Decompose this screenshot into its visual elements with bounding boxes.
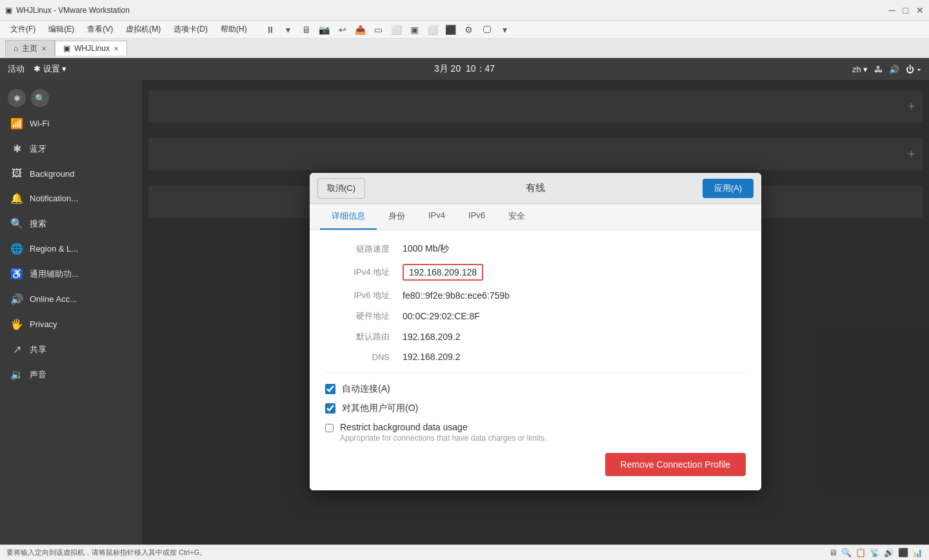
ipv6-label: IPv6 地址 bbox=[325, 290, 390, 301]
sidebar-item-privacy-label: Privacy bbox=[30, 319, 57, 329]
ipv4-label: IPv4 地址 bbox=[325, 266, 390, 278]
sidebar-item-sound[interactable]: 🔉 声音 bbox=[0, 362, 142, 387]
sidebar-item-bluetooth[interactable]: ✱ 蓝牙 bbox=[0, 136, 142, 161]
minimize-button[interactable]: ─ bbox=[889, 5, 895, 15]
info-row-ipv4: IPv4 地址 192.168.209.128 bbox=[325, 264, 746, 281]
menu-view[interactable]: 查看(V) bbox=[82, 23, 118, 36]
sidebar-item-sharing-label: 共享 bbox=[30, 344, 46, 355]
menu-tab[interactable]: 选项卡(D) bbox=[168, 23, 213, 36]
restrict-row: Restrict background data usage Appropria… bbox=[325, 422, 746, 443]
status-icon-5[interactable]: 🔊 bbox=[884, 548, 894, 557]
ipv4-value: 192.168.209.128 bbox=[403, 264, 483, 281]
info-row-gateway: 默认路由 192.168.209.2 bbox=[325, 331, 746, 343]
sidebar-item-online[interactable]: 🔊 Online Acc... bbox=[0, 286, 142, 312]
monitor-icon[interactable]: 🖥 bbox=[299, 22, 314, 37]
gnome-clock[interactable]: 3月 20 10：47 bbox=[434, 63, 495, 75]
layout2-icon[interactable]: ⬜ bbox=[389, 22, 405, 37]
language-indicator[interactable]: zh ▾ bbox=[852, 65, 868, 74]
bluetooth-icon: ✱ bbox=[10, 143, 23, 155]
dialog-tab-ipv6[interactable]: IPv6 bbox=[457, 204, 497, 230]
tab-home[interactable]: ⌂ 主页 ✕ bbox=[5, 40, 55, 57]
gateway-value: 192.168.209.2 bbox=[403, 332, 461, 342]
info-row-link-speed: 链路速度 1000 Mb/秒 bbox=[325, 243, 746, 255]
dialog-body: 链路速度 1000 Mb/秒 IPv4 地址 192.168.209.128 I… bbox=[310, 230, 761, 490]
maximize-button[interactable]: □ bbox=[903, 5, 908, 15]
restrict-text: Restrict background data usage Appropria… bbox=[340, 422, 546, 443]
sidebar-item-search-label: 搜索 bbox=[30, 218, 46, 230]
available-users-checkbox[interactable] bbox=[325, 403, 335, 414]
sidebar-item-background-label: Background bbox=[30, 169, 74, 179]
sidebar-item-region[interactable]: 🌐 Region & L... bbox=[0, 236, 142, 261]
revert-icon[interactable]: ↩ bbox=[335, 22, 350, 37]
menu-edit[interactable]: 编辑(E) bbox=[43, 23, 79, 36]
dialog-tab-identity[interactable]: 身份 bbox=[377, 204, 417, 230]
sidebar-item-background[interactable]: 🖼 Background bbox=[0, 161, 142, 186]
pause-icon[interactable]: ⏸ bbox=[263, 22, 278, 37]
settings-icon[interactable]: ⚙ bbox=[461, 22, 477, 37]
sidebar-item-sharing[interactable]: ↗ 共享 bbox=[0, 337, 142, 362]
layout3-icon[interactable]: ▣ bbox=[407, 22, 423, 37]
menu-help[interactable]: 帮助(H) bbox=[215, 23, 252, 36]
vmware-tabbar: ⌂ 主页 ✕ ▣ WHJLinux ✕ bbox=[0, 39, 929, 58]
sidebar-item-search[interactable]: 🔍 搜索 bbox=[0, 211, 142, 236]
display-icon[interactable]: 🖵 bbox=[479, 22, 495, 37]
tab-whjlinux[interactable]: ▣ WHJLinux ✕ bbox=[55, 41, 127, 55]
close-button[interactable]: ✕ bbox=[916, 5, 924, 15]
auto-connect-row: 自动连接(A) bbox=[325, 383, 746, 395]
power-icon[interactable]: ⏻ ▾ bbox=[906, 65, 921, 74]
settings-sidebar: ✱ 🔍 📶 Wi-Fi ✱ 蓝牙 🖼 Background 🔔 Notifica… bbox=[0, 80, 142, 545]
sidebar-item-privacy[interactable]: 🖐 Privacy bbox=[0, 312, 142, 337]
dialog-apply-button[interactable]: 应用(A) bbox=[703, 179, 754, 198]
auto-connect-checkbox[interactable] bbox=[325, 384, 335, 394]
tab-home-label: 主页 bbox=[22, 43, 37, 54]
tab-home-close[interactable]: ✕ bbox=[41, 45, 46, 52]
status-icon-6[interactable]: ⬛ bbox=[898, 548, 908, 557]
sidebar-search-icon[interactable]: 🔍 bbox=[31, 89, 49, 107]
toolbar: ⏸ ▾ 🖥 📷 ↩ 📤 ▭ ⬜ ▣ ⬜ ⬛ ⚙ 🖵 ▾ bbox=[263, 22, 513, 37]
status-icon-7[interactable]: 📊 bbox=[912, 548, 923, 557]
title-left: ▣ WHJLinux - VMware Workstation bbox=[5, 6, 130, 15]
status-icon-1[interactable]: 🖥 bbox=[829, 548, 837, 557]
dialog-titlebar: 取消(C) 有线 应用(A) bbox=[310, 173, 761, 204]
sidebar-search-area: ✱ 🔍 bbox=[0, 85, 142, 111]
layout1-icon[interactable]: ▭ bbox=[371, 22, 386, 37]
send-icon[interactable]: 📤 bbox=[353, 22, 368, 37]
info-row-hardware: 硬件地址 00:0C:29:02:CE:8F bbox=[325, 310, 746, 322]
sound-icon: 🔉 bbox=[10, 368, 23, 381]
sidebar-item-accessibility[interactable]: ♿ 通用辅助功... bbox=[0, 261, 142, 286]
vmware-menubar: 文件(F) 编辑(E) 查看(V) 虚拟机(M) 选项卡(D) 帮助(H) ⏸ … bbox=[0, 21, 929, 39]
sidebar-item-wifi[interactable]: 📶 Wi-Fi bbox=[0, 111, 142, 136]
sidebar-item-sound-label: 声音 bbox=[30, 369, 46, 381]
privacy-icon: 🖐 bbox=[10, 318, 23, 330]
sidebar-item-notifications[interactable]: 🔔 Notification... bbox=[0, 186, 142, 211]
dialog-tab-ipv4[interactable]: IPv4 bbox=[417, 204, 457, 230]
dialog-tab-security[interactable]: 安全 bbox=[497, 204, 537, 230]
tab-whjlinux-close[interactable]: ✕ bbox=[114, 45, 119, 52]
dialog-tabs: 详细信息 身份 IPv4 IPv6 安全 bbox=[310, 204, 761, 230]
status-icon-4[interactable]: 📡 bbox=[870, 548, 880, 557]
vmware-statusbar: 要将输入定向到该虚拟机，请将鼠标指针移入其中或按 Ctrl+G。 🖥 🔍 📋 📡… bbox=[0, 545, 929, 560]
sidebar-item-notifications-label: Notification... bbox=[30, 194, 78, 203]
display-dropdown[interactable]: ▾ bbox=[497, 22, 513, 37]
network-icon[interactable]: 🖧 bbox=[874, 65, 883, 74]
dialog-tab-details[interactable]: 详细信息 bbox=[320, 204, 377, 230]
sidebar-item-bluetooth-label: 蓝牙 bbox=[30, 143, 46, 155]
restrict-bg-checkbox[interactable] bbox=[325, 424, 334, 432]
sidebar-settings-icon[interactable]: ✱ bbox=[8, 89, 26, 107]
auto-connect-label: 自动连接(A) bbox=[342, 383, 390, 395]
menu-file[interactable]: 文件(F) bbox=[5, 23, 41, 36]
terminal-icon[interactable]: ⬛ bbox=[443, 22, 459, 37]
status-icon-2[interactable]: 🔍 bbox=[841, 548, 852, 557]
activities-button[interactable]: 活动 bbox=[8, 63, 25, 75]
settings-menu-button[interactable]: ✱ 设置 ▾ bbox=[34, 63, 66, 75]
menu-vm[interactable]: 虚拟机(M) bbox=[121, 23, 166, 36]
dialog-cancel-button[interactable]: 取消(C) bbox=[317, 178, 365, 199]
snapshot-icon[interactable]: 📷 bbox=[317, 22, 332, 37]
status-icon-3[interactable]: 📋 bbox=[855, 548, 866, 557]
tab-ipv4-label: IPv4 bbox=[428, 210, 445, 220]
layout4-icon[interactable]: ⬜ bbox=[425, 22, 441, 37]
toolbar-dropdown[interactable]: ▾ bbox=[281, 22, 296, 37]
remove-connection-profile-button[interactable]: Remove Connection Profile bbox=[605, 453, 746, 476]
volume-icon[interactable]: 🔊 bbox=[889, 65, 899, 74]
region-icon: 🌐 bbox=[10, 243, 23, 255]
